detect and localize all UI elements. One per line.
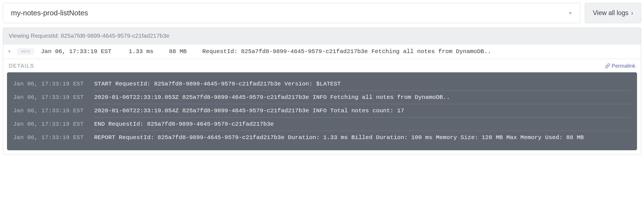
log-block-wrap: Jan 06, 17:33:19 EST START RequestId: 82…: [3, 71, 641, 154]
summary-duration: 1.33 ms: [129, 48, 153, 55]
details-bar: DETAILS Permalink: [3, 59, 641, 71]
log-message: 2020-01-06T22:33:19.054Z 825a7fd8-9899-4…: [94, 108, 631, 118]
function-select-value: my-notes-prod-listNotes: [11, 9, 88, 17]
link-icon: [605, 63, 610, 68]
log-line: Jan 06, 17:33:19 EST END RequestId: 825a…: [13, 118, 631, 131]
chevron-down-icon: ▼: [568, 11, 572, 15]
log-summary-row[interactable]: ▼ INFO Jan 06, 17:33:19 EST 1.33 ms 88 M…: [3, 44, 641, 59]
summary-memory: 88 MB: [169, 48, 187, 55]
panel-header-prefix: Viewing RequestId:: [9, 32, 61, 39]
log-message: START RequestId: 825a7fd8-9899-4645-9579…: [94, 81, 631, 91]
level-badge: INFO: [18, 49, 34, 54]
summary-message: RequestId: 825a7fd8-9899-4645-9579-c21fa…: [202, 48, 491, 55]
permalink-label: Permalink: [612, 63, 635, 69]
log-timestamp: Jan 06, 17:33:19 EST: [13, 108, 86, 114]
log-timestamp: Jan 06, 17:33:19 EST: [13, 94, 86, 101]
disclosure-triangle-icon[interactable]: ▼: [8, 49, 10, 54]
log-line: Jan 06, 17:33:19 EST 2020-01-06T22:33:19…: [13, 91, 631, 104]
chevron-right-icon: ›: [631, 10, 633, 16]
log-line: Jan 06, 17:33:19 EST START RequestId: 82…: [13, 77, 631, 91]
log-timestamp: Jan 06, 17:33:19 EST: [13, 121, 86, 128]
log-message: END RequestId: 825a7fd8-9899-4645-9579-c…: [94, 121, 631, 131]
panel-header: Viewing RequestId: 825a7fd8-9899-4645-95…: [3, 28, 641, 44]
log-timestamp: Jan 06, 17:33:19 EST: [13, 134, 86, 141]
function-select-dropdown[interactable]: my-notes-prod-listNotes ▼: [3, 3, 580, 23]
log-block: Jan 06, 17:33:19 EST START RequestId: 82…: [7, 72, 637, 150]
panel-header-request-id: 825a7fd8-9899-4645-9579-c21fad217b3e: [61, 32, 169, 39]
summary-timestamp: Jan 06, 17:33:19 EST: [41, 48, 111, 55]
log-line: Jan 06, 17:33:19 EST 2020-01-06T22:33:19…: [13, 104, 631, 118]
log-line: Jan 06, 17:33:19 EST REPORT RequestId: 8…: [13, 131, 631, 144]
permalink-link[interactable]: Permalink: [605, 63, 635, 69]
log-timestamp: Jan 06, 17:33:19 EST: [13, 81, 86, 87]
log-panel: Viewing RequestId: 825a7fd8-9899-4645-95…: [3, 28, 641, 154]
view-all-logs-button[interactable]: View all logs ›: [585, 3, 641, 23]
log-message: 2020-01-06T22:33:19.053Z 825a7fd8-9899-4…: [94, 94, 631, 104]
log-message: REPORT RequestId: 825a7fd8-9899-4645-957…: [94, 134, 631, 144]
details-label: DETAILS: [9, 63, 34, 69]
view-all-logs-label: View all logs: [593, 9, 628, 17]
